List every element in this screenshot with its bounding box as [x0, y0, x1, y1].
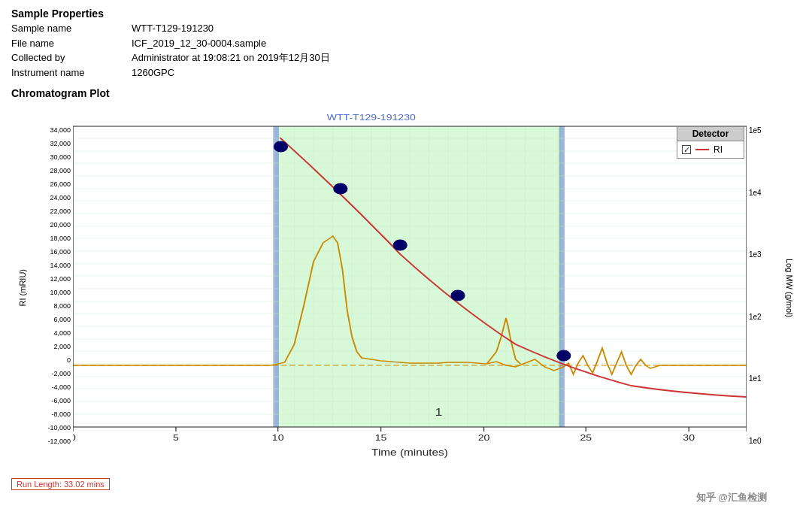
run-length-label: Run Length: 33.02 mins [11, 478, 110, 490]
y-axis-left-label: RI (mRIU) [18, 269, 27, 307]
svg-point-44 [393, 240, 407, 250]
y-axis-left: 34,000 32,000 30,000 28,000 26,000 24,00… [34, 104, 73, 472]
watermark: 知乎 @汇鱼检测 [696, 491, 767, 504]
prop-value: 1260GPC [132, 65, 174, 80]
sample-label: WTT-T129-191230 [327, 113, 416, 122]
properties-section: Sample Properties Sample nameWTT-T129-19… [11, 8, 801, 80]
svg-text:5: 5 [173, 433, 179, 442]
chromatogram-title: Chromatogram Plot [11, 87, 801, 99]
svg-rect-1 [275, 126, 564, 427]
svg-text:30: 30 [683, 433, 695, 442]
ri-label: RI [714, 144, 723, 155]
prop-label: File name [11, 36, 132, 51]
prop-label: Collected by [11, 50, 132, 65]
x-axis-label: Time (minutes) [371, 448, 448, 458]
prop-row: Collected byAdministrator at 19:08:21 on… [11, 50, 801, 65]
svg-text:15: 15 [375, 433, 387, 442]
svg-point-46 [557, 350, 571, 361]
prop-row: File nameICF_2019_12_30-0004.sample [11, 36, 801, 51]
detector-legend-title: Detector [677, 127, 744, 141]
svg-rect-2 [273, 126, 279, 427]
svg-point-42 [274, 141, 288, 152]
detector-legend-ri: ✓ RI [677, 141, 744, 158]
prop-row: Instrument name1260GPC [11, 65, 801, 80]
svg-text:25: 25 [580, 433, 592, 442]
svg-text:10: 10 [272, 433, 284, 442]
prop-label: Instrument name [11, 65, 132, 80]
ri-checkbox[interactable]: ✓ [682, 145, 691, 154]
prop-row: Sample nameWTT-T129-191230 [11, 21, 801, 36]
svg-text:0: 0 [73, 433, 76, 442]
prop-value: WTT-T129-191230 [132, 21, 214, 36]
y-axis-right-label: Log MW (g/mol) [785, 259, 794, 317]
main-container: Sample Properties Sample nameWTT-T129-19… [0, 0, 812, 527]
svg-point-43 [334, 183, 347, 194]
svg-text:20: 20 [478, 433, 490, 442]
detector-legend: Detector ✓ RI [677, 126, 744, 159]
prop-value: Administrator at 19:08:21 on 2019年12月30日 [132, 50, 330, 65]
prop-value: ICF_2019_12_30-0004.sample [132, 36, 266, 51]
prop-label: Sample name [11, 21, 132, 36]
chart-plot-area: 0 5 10 15 20 25 30 Time (minutes) [73, 104, 747, 472]
svg-point-45 [451, 290, 465, 301]
y-axis-right: 1e5 1e4 1e3 1e2 1e1 1e0 [747, 104, 778, 472]
svg-rect-3 [559, 126, 565, 427]
properties-title: Sample Properties [11, 8, 801, 20]
run-length-container: Run Length: 33.02 mins [11, 475, 801, 490]
peak-number: 1 [435, 406, 442, 418]
